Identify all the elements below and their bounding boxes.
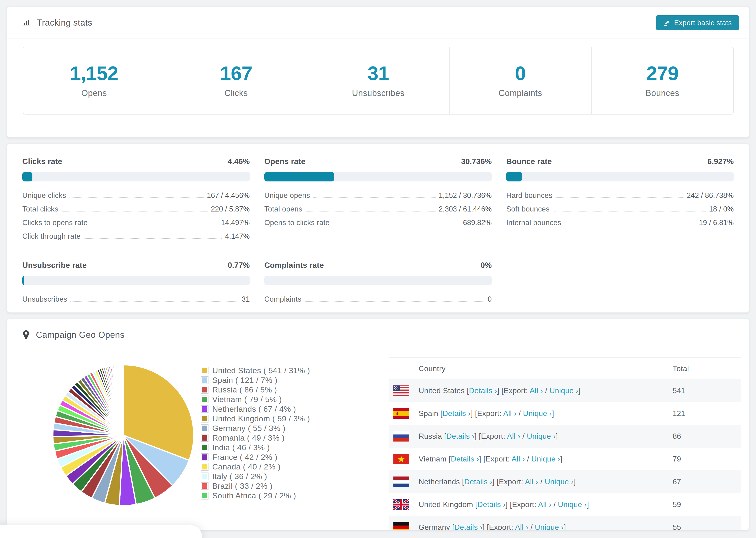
export-unique-link-united-states[interactable]: Unique › — [549, 386, 578, 395]
detail-value-click-through-rate: 4.147% — [225, 232, 250, 241]
details-link-netherlands[interactable]: Details › — [464, 477, 492, 486]
stat-value-unsubscribes: 31 — [367, 63, 389, 83]
details-link-spain[interactable]: Details › — [443, 409, 471, 418]
detail-label-clicks-to-opens-rate: Clicks to opens rate — [22, 219, 87, 227]
export-unique-link-spain[interactable]: Unique › — [523, 409, 552, 418]
detail-label-click-through-rate: Click through rate — [22, 232, 81, 241]
export-unique-link-russia[interactable]: Unique › — [527, 432, 556, 440]
stat-label-clicks: Clicks — [225, 88, 248, 98]
complaints-rate-details: Complaints0 — [264, 295, 492, 303]
details-link-vietnam[interactable]: Details › — [451, 455, 479, 463]
legend-item-vietnam: Vietnam ( 79 / 5% ) — [201, 395, 389, 404]
geo-table-header: Country Total — [389, 358, 741, 379]
opens-rate-value: 30.736% — [461, 157, 492, 166]
stat-opens: 1,152Opens — [23, 47, 165, 114]
tracking-stats-card: Tracking stats Export basic stats 1,152O… — [7, 7, 749, 137]
export-all-link-spain[interactable]: All › — [503, 409, 516, 418]
legend-item-india: India ( 46 / 3% ) — [201, 443, 389, 452]
geo-row-total-vietnam: 79 — [673, 455, 741, 463]
export-all-link-russia[interactable]: All › — [507, 432, 520, 440]
legend-label-canada: Canada ( 40 / 2% ) — [212, 462, 281, 471]
campaign-geo-opens-title: Campaign Geo Opens — [36, 330, 125, 340]
export-unique-link-netherlands[interactable]: Unique › — [545, 477, 573, 486]
russia-flag-icon — [393, 431, 409, 442]
legend-swatch-vietnam — [201, 396, 208, 403]
dotted-leader — [333, 225, 460, 225]
details-link-russia[interactable]: Details › — [446, 432, 474, 440]
legend-label-south-africa: South Africa ( 29 / 2% ) — [212, 491, 296, 500]
legend-swatch-italy — [201, 472, 208, 480]
export-all-link-vietnam[interactable]: All › — [512, 455, 525, 463]
united-states-flag-icon — [393, 385, 409, 396]
detail-label-total-clicks: Total clicks — [22, 205, 58, 213]
legend-item-canada: Canada ( 40 / 2% ) — [201, 462, 389, 471]
bar-chart-icon — [22, 19, 31, 27]
export-unique-link-germany[interactable]: Unique › — [535, 523, 564, 530]
bounce-rate-head: Bounce rate6.927% — [506, 157, 734, 166]
legend-label-netherlands: Netherlands ( 67 / 4% ) — [212, 404, 296, 413]
geo-row-total-netherlands: 67 — [673, 477, 741, 486]
dotted-leader — [553, 211, 706, 211]
legend-item-united-states: United States ( 541 / 31% ) — [201, 366, 389, 375]
geo-row-links-spain: Spain [Details ›] [Export: All › / Uniqu… — [419, 409, 673, 418]
geo-row-links-united-states: United States [Details ›] [Export: All ›… — [419, 386, 673, 395]
geo-legend: United States ( 541 / 31% )Spain ( 121 /… — [201, 357, 389, 530]
clicks-rate-progress-fill — [22, 172, 32, 182]
detail-value-unsubscribes: 31 — [242, 295, 249, 303]
geo-row-links-russia: Russia [Details ›] [Export: All › / Uniq… — [419, 432, 673, 441]
details-link-united-kingdom[interactable]: Details › — [477, 500, 506, 509]
export-all-link-united-states[interactable]: All › — [530, 386, 543, 395]
dotted-leader — [71, 301, 238, 301]
export-all-link-netherlands[interactable]: All › — [525, 477, 538, 486]
details-link-united-states[interactable]: Details › — [469, 386, 497, 395]
legend-item-romania: Romania ( 49 / 3% ) — [201, 433, 389, 443]
bounce-rate-value: 6.927% — [707, 157, 734, 166]
dotted-leader — [305, 301, 484, 301]
stat-label-bounces: Bounces — [646, 88, 679, 98]
map-pin-icon — [22, 330, 30, 340]
dotted-leader — [91, 225, 218, 225]
detail-row-complaints: Complaints0 — [264, 295, 492, 303]
export-unique-link-united-kingdom[interactable]: Unique › — [558, 500, 587, 509]
spain-flag-icon — [393, 408, 409, 419]
detail-label-soft-bounces: Soft bounces — [506, 205, 550, 213]
legend-item-brazil: Brazil ( 33 / 2% ) — [201, 481, 389, 491]
export-unique-link-vietnam[interactable]: Unique › — [531, 455, 560, 463]
legend-item-netherlands: Netherlands ( 67 / 4% ) — [201, 404, 389, 414]
stat-bounces: 279Bounces — [591, 47, 733, 114]
pie-slice-other-46[interactable] — [123, 365, 123, 435]
geo-table-row-united-states: United States [Details ›] [Export: All ›… — [389, 379, 741, 402]
stat-value-complaints: 0 — [515, 63, 526, 83]
summary-stats-row: 1,152Opens167Clicks31Unsubscribes0Compla… — [23, 47, 734, 115]
unsubscribe-rate-title: Unsubscribe rate — [22, 261, 87, 270]
dotted-leader — [556, 197, 683, 198]
geo-row-total-russia: 86 — [673, 432, 741, 441]
legend-swatch-india — [201, 444, 208, 452]
opens-rate-section: Opens rate30.736%Unique opens1,152 / 30.… — [264, 157, 492, 246]
details-link-germany[interactable]: Details › — [454, 523, 482, 530]
detail-row-unique-clicks: Unique clicks167 / 4.456% — [22, 191, 250, 199]
legend-swatch-united-kingdom — [201, 415, 208, 422]
detail-label-unsubscribes: Unsubscribes — [22, 295, 67, 303]
legend-label-romania: Romania ( 49 / 3% ) — [212, 433, 285, 443]
export-basic-stats-button[interactable]: Export basic stats — [656, 15, 739, 30]
netherlands-flag-icon — [393, 476, 409, 487]
detail-row-total-clicks: Total clicks220 / 5.87% — [22, 205, 250, 213]
legend-swatch-netherlands — [201, 405, 208, 413]
opens-rate-title: Opens rate — [264, 157, 305, 166]
legend-swatch-canada — [201, 463, 208, 471]
geo-row-links-germany: Germany [Details ›] [Export: All › / Uni… — [419, 523, 673, 530]
legend-swatch-spain — [201, 376, 208, 384]
detail-label-hard-bounces: Hard bounces — [506, 191, 553, 200]
stat-value-opens: 1,152 — [70, 63, 118, 83]
bottom-overlay-artifact — [0, 525, 202, 538]
opens-rate-head: Opens rate30.736% — [264, 157, 492, 166]
legend-item-italy: Italy ( 36 / 2% ) — [201, 471, 389, 481]
stat-label-complaints: Complaints — [499, 88, 542, 98]
clicks-rate-head: Clicks rate4.46% — [22, 157, 250, 166]
bounce-rate-progress-bar — [506, 172, 734, 182]
export-all-link-germany[interactable]: All › — [515, 523, 528, 530]
export-all-link-united-kingdom[interactable]: All › — [538, 500, 552, 509]
complaints-rate-section: Complaints rate0%Complaints0 — [264, 261, 492, 309]
unsubscribe-rate-details: Unsubscribes31 — [22, 295, 250, 303]
